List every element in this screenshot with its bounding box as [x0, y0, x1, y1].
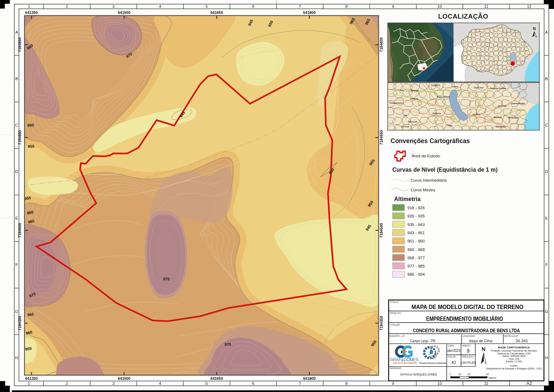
svg-text:D: D: [545, 170, 548, 174]
svg-text:641650: 641650: [210, 10, 223, 15]
svg-text:Departamento de Estradas e Rod: Departamento de Estradas e Rodagem (DER)…: [486, 367, 542, 370]
svg-text:977 - 985: 977 - 985: [407, 264, 425, 268]
svg-text:Campo Largo - PR: Campo Largo - PR: [410, 339, 435, 343]
svg-text:641350: 641350: [25, 376, 38, 381]
svg-text:3: 3: [112, 381, 114, 386]
svg-text:BASE CARTOGRÁFICA: BASE CARTOGRÁFICA: [498, 346, 530, 349]
svg-text:641650: 641650: [210, 376, 223, 381]
svg-text:E: E: [15, 216, 18, 220]
svg-text:641800: 641800: [303, 10, 315, 15]
svg-text:985 - 994: 985 - 994: [407, 272, 425, 276]
svg-text:1: 1: [28, 381, 30, 386]
svg-text:11: 11: [484, 381, 489, 386]
svg-text:7184800: 7184800: [379, 37, 383, 52]
svg-text:MATRÍCULA Nº:: MATRÍCULA Nº:: [504, 334, 519, 337]
svg-text:Convenções Cartográficas: Convenções Cartográficas: [391, 137, 470, 144]
svg-text:9: 9: [392, 381, 394, 386]
svg-text:B: B: [545, 77, 548, 81]
svg-text:B: B: [15, 77, 18, 81]
svg-text:960 - 968: 960 - 968: [407, 248, 425, 252]
svg-text:15: 15: [458, 373, 461, 376]
svg-text:Ipiranga: Ipiranga: [411, 89, 419, 92]
svg-text:LOCALIZAÇÃO: LOCALIZAÇÃO: [438, 13, 488, 20]
svg-text:7: 7: [299, 4, 301, 9]
svg-text:DESENHO:: DESENHO:: [390, 367, 402, 369]
svg-text:CONCEITO RURAL ADMINISTRADORA: CONCEITO RURAL ADMINISTRADORA DE BENS LT…: [413, 328, 520, 333]
svg-text:EMPREENDIMENTO IMOBILIÁRIO: EMPREENDIMENTO IMOBILIÁRIO: [426, 315, 503, 322]
svg-text:MAPA DE MODELO DIGITAL DO TERR: MAPA DE MODELO DIGITAL DO TERRENO: [412, 304, 524, 310]
svg-text:ÁREA (m²):: ÁREA (m²):: [462, 355, 474, 358]
svg-text:970: 970: [163, 277, 170, 281]
svg-text:Itaqui de Cima: Itaqui de Cima: [469, 339, 493, 343]
svg-text:TITULO:: TITULO:: [390, 301, 399, 303]
svg-text:7184800: 7184800: [18, 37, 22, 52]
svg-text:Imbituva: Imbituva: [410, 98, 419, 100]
svg-text:F: F: [15, 263, 18, 267]
svg-text:Guaratuba: Guaratuba: [496, 126, 506, 128]
svg-text:26.341: 26.341: [516, 339, 528, 343]
svg-text:C: C: [15, 123, 18, 127]
svg-text:5: 5: [206, 381, 208, 386]
svg-text:PROEJTO:: PROEJTO:: [390, 312, 402, 314]
svg-text:12: 12: [527, 4, 531, 9]
svg-text:641800: 641800: [303, 376, 315, 381]
svg-text:943 - 951: 943 - 951: [407, 231, 425, 235]
svg-text:Curva Intermediária: Curva Intermediária: [411, 178, 447, 182]
svg-text:7: 7: [299, 381, 301, 386]
svg-text:7184650: 7184650: [379, 130, 383, 145]
svg-text:A2: A2: [452, 360, 456, 364]
svg-text:H: H: [545, 356, 548, 360]
svg-text:7184350: 7184350: [18, 316, 22, 330]
svg-text:Lapa: Lapa: [448, 124, 453, 127]
svg-text:D: D: [15, 170, 18, 174]
svg-text:Antonina: Antonina: [498, 105, 507, 107]
svg-text:11: 11: [484, 4, 489, 9]
svg-text:5: 5: [206, 4, 208, 9]
svg-text:Paranaguá: Paranaguá: [508, 117, 519, 119]
svg-text:Sistema de Coordenadas: UTM: Sistema de Coordenadas: UTM: [497, 352, 530, 355]
svg-text:Curva Mestra: Curva Mestra: [411, 188, 436, 192]
svg-text:Irati: Irati: [400, 89, 404, 91]
svg-text:Fuso: 22S: Fuso: 22S: [509, 358, 520, 360]
svg-text:130.075,002: 130.075,002: [461, 361, 476, 364]
svg-text:MUNICÍPIO - UF:: MUNICÍPIO - UF:: [389, 334, 405, 337]
svg-text:GEOLOGIA E MEIO AMBIENTE: GEOLOGIA E MEIO AMBIENTE: [393, 362, 417, 364]
svg-text:30: 30: [467, 373, 470, 376]
svg-text:7184350: 7184350: [379, 316, 383, 330]
svg-text:970: 970: [225, 342, 231, 347]
svg-text:641350: 641350: [25, 10, 38, 15]
svg-text:Prudentópolis: Prudentópolis: [390, 102, 403, 104]
svg-text:G: G: [15, 309, 18, 314]
svg-text:641500: 641500: [118, 376, 130, 381]
svg-text:Metros: Metros: [489, 377, 496, 379]
svg-text:60: 60: [486, 373, 489, 376]
svg-text:GRAF&GOMES: GRAF&GOMES: [390, 357, 418, 362]
svg-text:9: 9: [392, 4, 394, 9]
svg-text:7184500: 7184500: [379, 223, 383, 237]
svg-text:G: G: [545, 309, 548, 314]
svg-text:10: 10: [437, 4, 442, 9]
svg-text:ANEXO:: ANEXO:: [462, 344, 471, 347]
svg-text:Rebouças: Rebouças: [408, 121, 417, 123]
svg-text:926 - 935: 926 - 935: [407, 214, 425, 218]
svg-text:2: 2: [66, 4, 68, 9]
svg-text:N: N: [533, 26, 536, 31]
svg-text:Área de Estudo: Área de Estudo: [412, 154, 440, 158]
svg-text:Palmeira: Palmeira: [433, 112, 441, 114]
svg-text:TITULAR:: TITULAR:: [390, 324, 400, 326]
svg-text:951 - 960: 951 - 960: [407, 239, 425, 243]
svg-text:Floriano Serviços Ambientais: Floriano Serviços Ambientais: [419, 362, 447, 364]
svg-text:2: 2: [66, 381, 68, 386]
svg-text:A: A: [545, 30, 548, 34]
svg-text:7184500: 7184500: [18, 223, 22, 237]
svg-text:Rio Azul: Rio Azul: [401, 126, 409, 128]
svg-text:Morretes: Morretes: [494, 116, 502, 118]
svg-text:Cerro Azul: Cerro Azul: [474, 87, 484, 89]
svg-text:C: C: [545, 123, 548, 127]
svg-text:6: 6: [252, 4, 254, 9]
svg-text:8: 8: [345, 4, 347, 9]
svg-text:NATHÁLIA MARQUES GOMES: NATHÁLIA MARQUES GOMES: [400, 373, 437, 376]
svg-text:935 - 943: 935 - 943: [407, 222, 425, 227]
svg-text:3: 3: [112, 4, 114, 9]
svg-text:Castro: Castro: [452, 85, 458, 88]
